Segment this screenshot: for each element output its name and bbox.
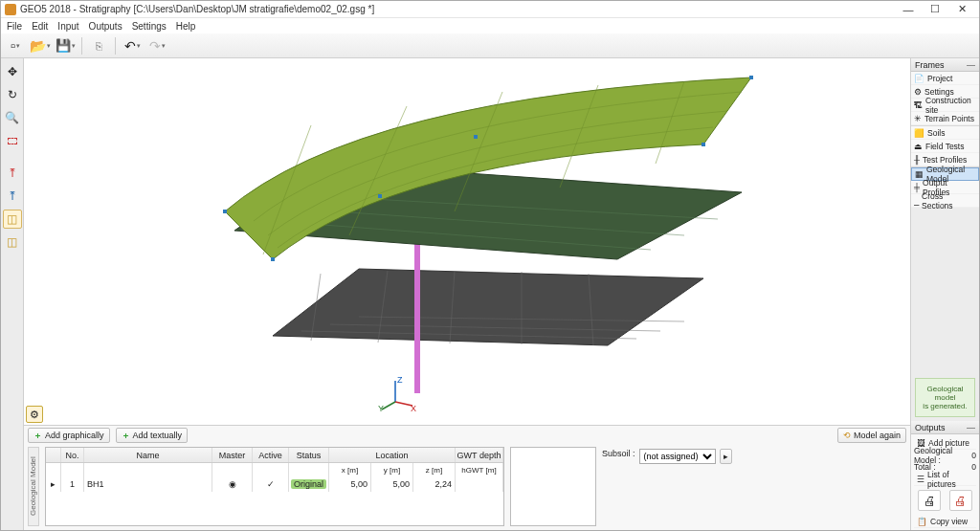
frame-item-cross-sections[interactable]: ⎯Cross Sections	[911, 194, 979, 208]
menu-outputs[interactable]: Outputs	[89, 21, 122, 32]
view-wire-tool[interactable]: ◫	[3, 232, 22, 252]
close-button[interactable]: ✕	[948, 2, 975, 17]
frame-item-construction-site[interactable]: 🏗Construction site	[911, 99, 979, 112]
title-bar: GEO5 2018 - Stratigraphy [C:\Users\Dan\D…	[1, 1, 979, 18]
left-toolbar: ✥ ↻ 🔍 ⤒ ⤒ ◫ ◫	[1, 58, 24, 530]
cell-z: 2,24	[413, 476, 456, 492]
svg-text:Y: Y	[378, 404, 384, 413]
print-button-2[interactable]: 🖨	[949, 490, 972, 511]
frame-item-label: Test Profiles	[923, 155, 967, 165]
detail-box	[510, 447, 596, 526]
save-file-button[interactable]: 💾▾	[55, 35, 76, 56]
boreholes-table[interactable]: No. Name Master Active Status Location G…	[45, 447, 504, 526]
axis-tool-2[interactable]: ⤒	[3, 187, 22, 206]
frame-item-label: Soils	[927, 128, 945, 138]
bottom-toolbar: ＋Add graphically ＋Add textually ⟲Model a…	[24, 426, 910, 445]
print-button-1[interactable]: 🖨	[918, 490, 941, 511]
svg-rect-22	[702, 143, 705, 146]
menu-input[interactable]: Input	[57, 21, 78, 32]
zoom-window-tool[interactable]	[3, 131, 22, 150]
model-graphic	[167, 68, 780, 425]
window-title: GEO5 2018 - Stratigraphy [C:\Users\Dan\D…	[20, 4, 895, 14]
frame-item-label: Project	[927, 74, 952, 83]
svg-rect-21	[271, 257, 275, 261]
col-active: Active	[253, 448, 289, 462]
frame-item-soils[interactable]: 🟨Soils	[911, 126, 979, 140]
svg-text:X: X	[411, 404, 416, 413]
view-3d-tool[interactable]: ◫	[3, 210, 22, 229]
bottom-side-label: Geological Model	[28, 447, 39, 526]
col-gwt: GWT depth	[456, 448, 503, 462]
zoom-tool[interactable]: 🔍	[3, 108, 22, 127]
subsoil-label: Subsoil :	[602, 449, 635, 458]
outputs-collapse-icon[interactable]: —	[967, 423, 975, 432]
pan-tool[interactable]: ✥	[3, 62, 22, 81]
svg-rect-19	[223, 210, 227, 213]
frame-item-field-tests[interactable]: ⏏Field Tests	[911, 140, 979, 153]
viewport-3d[interactable]: Z X Y ⚙	[24, 58, 910, 425]
cell-x: 5,00	[329, 476, 371, 492]
open-file-button[interactable]: 📂▾	[30, 35, 51, 56]
frames-collapse-icon[interactable]: —	[967, 60, 975, 70]
frame-item-label: Field Tests	[925, 142, 964, 151]
undo-button[interactable]: ↶▾	[122, 35, 143, 56]
cell-no: 1	[61, 476, 84, 492]
add-textually-button[interactable]: ＋Add textually	[116, 428, 189, 443]
cell-h	[456, 476, 503, 492]
new-file-button[interactable]: ▫▾	[5, 35, 26, 56]
frame-item-project[interactable]: 📄Project	[911, 72, 979, 85]
col-z: z [m]	[413, 463, 456, 476]
col-x: x [m]	[329, 463, 371, 476]
frame-item-icon: 🟨	[914, 128, 924, 138]
minimize-button[interactable]: —	[895, 2, 922, 17]
copy-view-button[interactable]: 📋Copy view	[914, 515, 976, 528]
col-master: Master	[212, 448, 253, 462]
menu-settings[interactable]: Settings	[132, 21, 167, 32]
viewport-settings-button[interactable]: ⚙	[26, 406, 43, 423]
menu-edit[interactable]: Edit	[32, 21, 48, 32]
frame-item-terrain-points[interactable]: ✳Terrain Points	[911, 112, 979, 125]
out-row1-val: 0	[971, 451, 976, 460]
frames-header: Frames—	[911, 58, 979, 72]
cell-active[interactable]: ✓	[253, 476, 289, 492]
subsoil-more-button[interactable]: ▸	[720, 449, 732, 464]
bottom-panel: ＋Add graphically ＋Add textually ⟲Model a…	[24, 425, 910, 530]
list-pictures-button[interactable]: ☰List of pictures	[914, 473, 976, 486]
frame-item-icon: 📄	[914, 74, 924, 83]
frame-item-icon: ⎯	[914, 196, 919, 206]
table-row[interactable]: ▸ 1 BH1 ◉ ✓ Original 5,00 5,00 2,24	[46, 476, 503, 492]
app-icon	[5, 4, 16, 15]
frame-item-icon: ╪	[914, 183, 920, 192]
col-name: Name	[84, 448, 212, 462]
model-again-button[interactable]: ⟲Model again	[837, 428, 906, 443]
frame-item-label: Terrain Points	[924, 114, 974, 123]
axis-tool-1[interactable]: ⤒	[3, 164, 22, 183]
cell-master[interactable]: ◉	[212, 476, 253, 492]
right-panel: Frames— 📄Project⚙Settings🏗Construction s…	[910, 58, 979, 530]
svg-rect-24	[474, 135, 478, 139]
axes-indicator: Z X Y	[378, 375, 416, 413]
subsoil-select[interactable]: (not assigned)	[639, 449, 716, 464]
col-h: hGWT [m]	[456, 463, 503, 476]
svg-rect-23	[378, 194, 382, 198]
cell-status: Original	[289, 476, 329, 492]
rotate-tool[interactable]: ↻	[3, 85, 22, 104]
frame-item-icon: ⚙	[914, 87, 922, 97]
status-box: Geological model is generated.	[915, 378, 975, 417]
add-graphically-button[interactable]: ＋Add graphically	[28, 428, 110, 443]
row-marker: ▸	[46, 476, 61, 492]
cell-name: BH1	[84, 476, 212, 492]
redo-button[interactable]: ↷▾	[146, 35, 167, 56]
cell-y: 5,00	[371, 476, 413, 492]
col-y: y [m]	[371, 463, 413, 476]
menu-file[interactable]: File	[7, 21, 22, 32]
maximize-button[interactable]: ☐	[922, 2, 948, 17]
col-status: Status	[289, 448, 329, 462]
content-area: ✥ ↻ 🔍 ⤒ ⤒ ◫ ◫	[1, 58, 979, 530]
frame-item-icon: ⏏	[914, 142, 923, 151]
col-location: Location	[329, 448, 456, 462]
frame-item-icon: ✳	[914, 114, 922, 123]
toolbar-extra-button[interactable]: ⎘	[88, 35, 109, 56]
menu-help[interactable]: Help	[176, 21, 196, 32]
menu-bar: File Edit Input Outputs Settings Help	[1, 18, 979, 33]
